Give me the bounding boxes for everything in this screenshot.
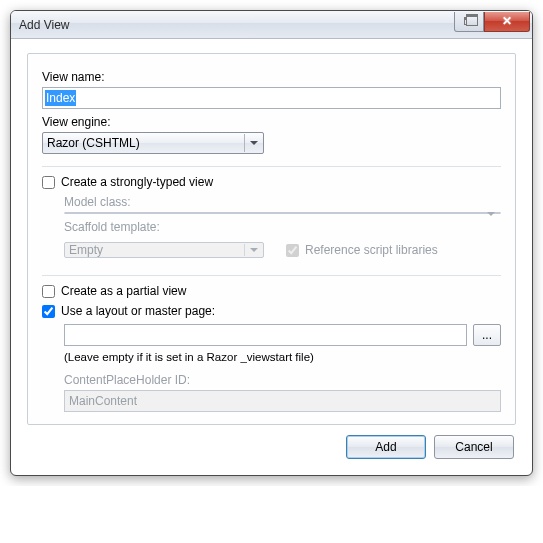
use-layout-row: Use a layout or master page: <box>42 304 501 318</box>
partial-view-checkbox[interactable] <box>42 285 55 298</box>
view-name-wrap: Index <box>42 87 501 109</box>
model-class-select <box>64 212 501 214</box>
window-buttons: ✕ <box>454 12 530 32</box>
divider <box>42 166 501 167</box>
window-title: Add View <box>19 18 454 32</box>
chevron-down-icon <box>244 134 262 152</box>
layout-path-input[interactable] <box>64 324 467 346</box>
cph-input <box>64 390 501 412</box>
reference-libs-row: Reference script libraries <box>286 243 438 257</box>
chevron-down-icon <box>244 244 262 256</box>
view-name-label: View name: <box>42 70 501 84</box>
partial-view-label: Create as a partial view <box>61 284 186 298</box>
strongly-typed-checkbox[interactable] <box>42 176 55 189</box>
strongly-typed-group: Model class: Scaffold template: Empty Re… <box>64 195 501 263</box>
layout-group: ... (Leave empty if it is set in a Razor… <box>64 324 501 412</box>
close-button[interactable]: ✕ <box>484 12 530 32</box>
browse-label: ... <box>482 328 492 342</box>
titlebar: Add View ✕ <box>11 11 532 39</box>
view-name-input[interactable] <box>42 87 501 109</box>
dialog-window: Add View ✕ View name: Index View engine:… <box>10 10 533 476</box>
use-layout-checkbox[interactable] <box>42 305 55 318</box>
browse-button[interactable]: ... <box>473 324 501 346</box>
reference-libs-label: Reference script libraries <box>305 243 438 257</box>
view-engine-select[interactable]: Razor (CSHTML) <box>42 132 264 154</box>
divider <box>42 275 501 276</box>
view-engine-value: Razor (CSHTML) <box>47 136 140 150</box>
maximize-button[interactable] <box>454 12 484 32</box>
dialog-buttons: Add Cancel <box>27 425 516 461</box>
scaffold-template-value: Empty <box>69 243 103 257</box>
scaffold-template-select: Empty <box>64 242 264 258</box>
strongly-typed-row: Create a strongly-typed view <box>42 175 501 189</box>
cph-label: ContentPlaceHolder ID: <box>64 373 501 387</box>
restore-icon <box>464 17 474 25</box>
close-icon: ✕ <box>502 15 512 27</box>
main-panel: View name: Index View engine: Razor (CSH… <box>27 53 516 425</box>
add-button[interactable]: Add <box>346 435 426 459</box>
scaffold-template-label: Scaffold template: <box>64 220 501 234</box>
reference-libs-checkbox <box>286 244 299 257</box>
strongly-typed-label: Create a strongly-typed view <box>61 175 213 189</box>
view-engine-label: View engine: <box>42 115 501 129</box>
model-class-label: Model class: <box>64 195 501 209</box>
dialog-content: View name: Index View engine: Razor (CSH… <box>11 39 532 475</box>
view-engine-wrap: Razor (CSHTML) <box>42 132 264 154</box>
layout-hint: (Leave empty if it is set in a Razor _vi… <box>64 351 501 363</box>
layout-path-row: ... <box>64 324 501 346</box>
scaffold-row: Empty Reference script libraries <box>64 237 501 263</box>
cancel-button[interactable]: Cancel <box>434 435 514 459</box>
use-layout-label: Use a layout or master page: <box>61 304 215 318</box>
partial-view-row: Create as a partial view <box>42 284 501 298</box>
